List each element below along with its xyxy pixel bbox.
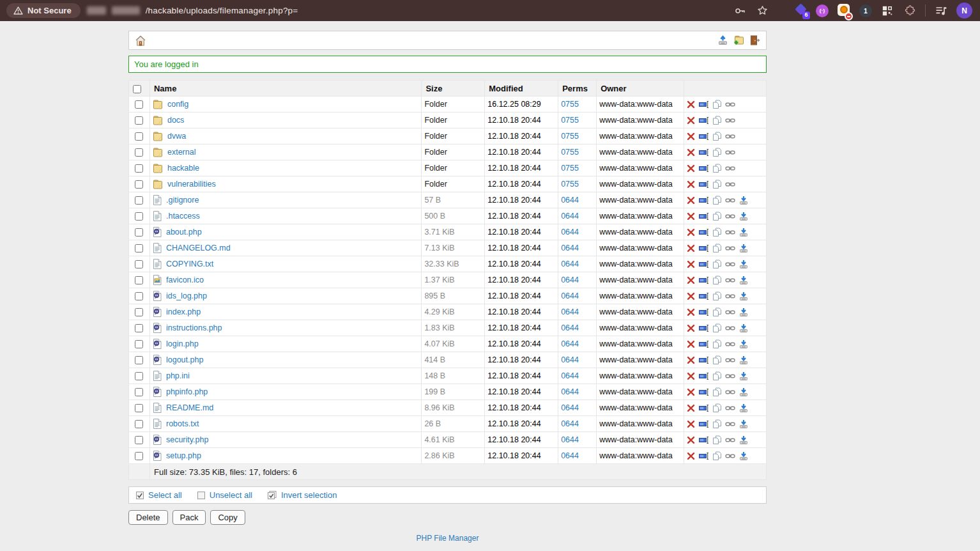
download-icon[interactable]	[739, 403, 748, 413]
perms-link[interactable]: 0644	[561, 371, 579, 380]
file-link[interactable]: instructions.php	[166, 323, 222, 332]
row-checkbox[interactable]	[135, 132, 143, 141]
php-file-manager-link[interactable]: PHP File Manager	[417, 534, 479, 543]
file-link[interactable]: security.php	[166, 435, 208, 444]
folder-link[interactable]: external	[167, 148, 195, 157]
link-icon[interactable]	[725, 245, 735, 251]
delete-icon[interactable]	[687, 404, 695, 412]
rename-icon[interactable]	[699, 324, 709, 332]
copy-icon[interactable]	[713, 132, 721, 141]
file-link[interactable]: phpinfo.php	[166, 387, 208, 396]
perms-link[interactable]: 0755	[561, 132, 579, 141]
file-link[interactable]: robots.txt	[166, 419, 199, 428]
copy-icon[interactable]	[713, 323, 721, 333]
copy-icon[interactable]	[713, 116, 721, 125]
link-icon[interactable]	[725, 166, 735, 171]
delete-icon[interactable]	[687, 420, 695, 428]
perms-link[interactable]: 0644	[561, 228, 579, 237]
delete-icon[interactable]	[687, 356, 695, 364]
copy-icon[interactable]	[713, 164, 721, 173]
perms-link[interactable]: 0755	[561, 180, 579, 189]
row-checkbox[interactable]	[135, 356, 143, 364]
folder-link[interactable]: config	[167, 100, 188, 109]
copy-icon[interactable]	[713, 180, 721, 189]
extension-purple-icon[interactable]: {·}	[816, 4, 829, 17]
rename-icon[interactable]	[699, 244, 709, 252]
copy-icon[interactable]	[713, 403, 721, 413]
row-checkbox[interactable]	[135, 420, 143, 428]
perms-link[interactable]: 0644	[561, 212, 579, 221]
delete-icon[interactable]	[687, 308, 695, 316]
delete-button[interactable]: Delete	[128, 510, 168, 525]
perms-link[interactable]: 0755	[561, 100, 579, 109]
link-icon[interactable]	[725, 437, 735, 443]
row-checkbox[interactable]	[135, 324, 143, 332]
delete-icon[interactable]	[687, 260, 695, 268]
rename-icon[interactable]	[699, 148, 709, 157]
copy-icon[interactable]	[713, 371, 721, 381]
perms-link[interactable]: 0644	[561, 451, 579, 460]
folder-link[interactable]: dvwa	[167, 132, 186, 141]
delete-icon[interactable]	[687, 196, 695, 205]
row-checkbox[interactable]	[135, 196, 143, 205]
download-icon[interactable]	[739, 435, 748, 445]
rename-icon[interactable]	[699, 196, 709, 205]
select-all-checkbox[interactable]	[133, 85, 141, 93]
link-icon[interactable]	[725, 198, 735, 203]
download-icon[interactable]	[739, 291, 748, 301]
link-icon[interactable]	[725, 229, 735, 235]
invert-selection-link[interactable]: Invert selection	[268, 490, 337, 500]
link-icon[interactable]	[725, 309, 735, 315]
copy-icon[interactable]	[713, 387, 721, 397]
perms-link[interactable]: 0644	[561, 387, 579, 396]
file-link[interactable]: CHANGELOG.md	[166, 244, 231, 252]
download-icon[interactable]	[739, 339, 748, 349]
copy-icon[interactable]	[713, 148, 721, 157]
row-checkbox[interactable]	[135, 452, 143, 460]
row-checkbox[interactable]	[135, 436, 143, 444]
copy-icon[interactable]	[713, 228, 721, 237]
rename-icon[interactable]	[699, 452, 709, 460]
file-link[interactable]: .gitignore	[166, 196, 199, 205]
copy-icon[interactable]	[713, 419, 721, 429]
link-icon[interactable]	[725, 373, 735, 379]
link-icon[interactable]	[725, 357, 735, 363]
copy-icon[interactable]	[713, 276, 721, 285]
delete-icon[interactable]	[687, 116, 695, 125]
unselect-all-link[interactable]: Unselect all	[197, 490, 252, 500]
download-icon[interactable]	[739, 387, 748, 397]
rename-icon[interactable]	[699, 100, 709, 109]
row-checkbox[interactable]	[135, 340, 143, 348]
rename-icon[interactable]	[699, 212, 709, 221]
file-link[interactable]: about.php	[166, 228, 202, 237]
delete-icon[interactable]	[687, 244, 695, 252]
file-link[interactable]: php.ini	[166, 371, 190, 380]
delete-icon[interactable]	[687, 324, 695, 332]
rename-icon[interactable]	[699, 164, 709, 173]
row-checkbox[interactable]	[135, 372, 143, 380]
extensions-puzzle-icon[interactable]	[903, 4, 917, 18]
delete-icon[interactable]	[687, 228, 695, 237]
link-icon[interactable]	[725, 405, 735, 411]
download-icon[interactable]	[739, 196, 748, 205]
rename-icon[interactable]	[699, 420, 709, 428]
file-link[interactable]: ids_log.php	[166, 291, 207, 300]
link-icon[interactable]	[725, 118, 735, 123]
copy-icon[interactable]	[713, 100, 721, 109]
delete-icon[interactable]	[687, 212, 695, 221]
address-bar[interactable]: /hackable/uploads/filemanager.php?p=	[87, 6, 298, 15]
link-icon[interactable]	[725, 421, 735, 427]
delete-icon[interactable]	[687, 292, 695, 300]
copy-icon[interactable]	[713, 435, 721, 445]
perms-link[interactable]: 0644	[561, 323, 579, 332]
perms-link[interactable]: 0644	[561, 435, 579, 444]
rename-icon[interactable]	[699, 388, 709, 396]
delete-icon[interactable]	[687, 340, 695, 348]
link-icon[interactable]	[725, 389, 735, 395]
copy-icon[interactable]	[713, 451, 721, 461]
download-icon[interactable]	[739, 355, 748, 365]
media-playlist-icon[interactable]	[934, 4, 948, 18]
link-icon[interactable]	[725, 293, 735, 299]
file-link[interactable]: setup.php	[166, 451, 201, 460]
row-checkbox[interactable]	[135, 100, 143, 109]
